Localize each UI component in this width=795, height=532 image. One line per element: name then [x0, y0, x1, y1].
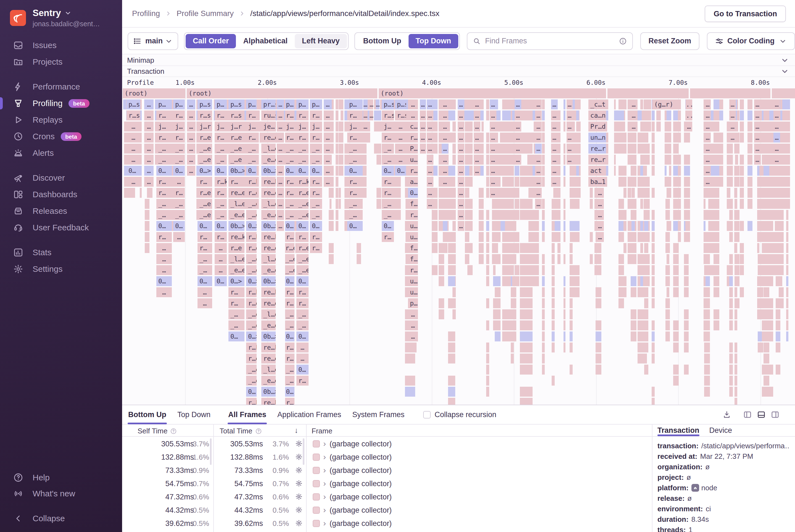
flame-frame[interactable] [665, 166, 666, 176]
flame-frame[interactable] [665, 111, 666, 120]
flame-frame[interactable] [357, 243, 361, 253]
flame-frame[interactable]: … [458, 133, 465, 142]
flame-frame[interactable]: … [729, 111, 736, 120]
flame-frame[interactable] [666, 254, 669, 264]
flame-frame[interactable]: r… [156, 177, 172, 187]
details-tab-transaction[interactable]: Transaction [658, 424, 699, 436]
flame-frame[interactable]: … [427, 144, 433, 154]
flame-frame[interactable]: _e…e [228, 265, 244, 275]
flame-frame[interactable] [734, 166, 737, 176]
flame-frame[interactable] [757, 221, 759, 231]
flame-frame[interactable] [542, 354, 545, 363]
flame-frame[interactable]: r…k [246, 398, 257, 405]
flame-frame[interactable] [678, 111, 681, 120]
flame-frame[interactable] [552, 309, 555, 319]
chevron-down-icon[interactable] [781, 56, 789, 64]
flame-frame[interactable] [684, 265, 689, 275]
flame-frame[interactable] [465, 188, 469, 198]
flame-frame[interactable] [684, 287, 689, 297]
flame-frame[interactable] [486, 210, 489, 220]
flame-frame[interactable] [528, 221, 539, 231]
gear-icon[interactable] [295, 440, 303, 448]
flame-frame[interactable] [576, 166, 579, 176]
flame-frame[interactable] [432, 232, 437, 242]
flame-frame[interactable] [735, 387, 737, 397]
flame-frame[interactable] [644, 111, 648, 120]
flame-frame[interactable] [678, 199, 681, 209]
flame-frame[interactable] [557, 243, 561, 253]
flame-frame[interactable] [557, 144, 561, 154]
flame-frame[interactable] [631, 144, 635, 154]
flame-frame[interactable]: … [490, 133, 496, 142]
flame-frame[interactable] [763, 155, 769, 165]
flame-frame[interactable] [644, 133, 648, 142]
flame-frame[interactable] [640, 166, 643, 176]
flame-frame[interactable] [644, 309, 648, 319]
flame-frame[interactable] [576, 155, 579, 165]
flame-frame[interactable] [486, 99, 489, 109]
flame-frame[interactable] [763, 111, 769, 120]
flame-frame[interactable] [512, 320, 516, 330]
flame-frame[interactable] [486, 343, 489, 353]
flame-frame[interactable] [763, 133, 769, 142]
flame-frame[interactable] [341, 155, 343, 165]
flame-frame[interactable] [669, 166, 671, 176]
flame-frame[interactable] [747, 99, 753, 109]
flame-frame[interactable] [341, 99, 343, 109]
flame-frame[interactable] [542, 265, 545, 275]
flame-frame[interactable] [673, 276, 679, 286]
flame-frame[interactable]: je…r [261, 121, 276, 132]
flame-frame[interactable]: p…s [127, 99, 140, 109]
flame-frame[interactable]: _… [382, 199, 394, 209]
flame-frame[interactable] [665, 276, 670, 286]
flame-frame[interactable] [685, 221, 690, 231]
flame-frame[interactable] [619, 199, 624, 209]
flame-frame[interactable] [757, 188, 759, 198]
tab-bottom-up[interactable]: Bottom Up [128, 405, 167, 424]
flame-frame[interactable] [673, 287, 679, 297]
flame-frame[interactable]: _…e [228, 155, 244, 165]
flame-frame[interactable] [651, 243, 655, 253]
flame-frame[interactable]: … [458, 121, 465, 132]
flame-frame[interactable]: … [442, 133, 448, 142]
sidebar-item-settings[interactable]: Settings [0, 261, 122, 277]
flame-frame[interactable]: Pr…d [588, 121, 606, 132]
flame-frame[interactable] [714, 133, 719, 142]
flame-frame[interactable] [511, 354, 514, 363]
flame-frame[interactable] [505, 144, 512, 154]
flame-frame[interactable] [708, 232, 714, 242]
flame-frame[interactable]: 0… [228, 331, 244, 341]
flame-frame[interactable] [656, 121, 661, 132]
color-coding-select[interactable]: Color Coding [707, 32, 795, 50]
flame-frame[interactable] [329, 188, 334, 198]
flame-frame[interactable] [714, 188, 719, 198]
flame-frame[interactable] [486, 320, 489, 330]
flame-frame[interactable] [619, 254, 624, 264]
flame-frame[interactable] [776, 343, 780, 353]
flame-frame[interactable] [734, 177, 737, 187]
flame-frame[interactable]: r…e [197, 133, 212, 142]
flame-frame[interactable]: _…e [246, 309, 257, 319]
flame-frame[interactable] [542, 221, 545, 231]
flame-frame[interactable] [763, 387, 769, 397]
flame-frame[interactable] [542, 144, 545, 154]
flame-frame[interactable] [329, 199, 332, 209]
flame-frame[interactable] [708, 221, 714, 231]
flame-frame[interactable] [631, 276, 637, 286]
flame-frame[interactable]: 0… [215, 276, 227, 286]
table-row[interactable]: 73.33ms0.9%73.33ms0.9%›(garbage collecto… [122, 464, 652, 477]
flame-frame[interactable]: … [474, 99, 480, 109]
flame-frame[interactable]: … [297, 343, 308, 353]
flame-frame[interactable]: … [173, 232, 185, 242]
flame-frame[interactable] [685, 177, 690, 187]
flame-frame[interactable]: p… [297, 99, 308, 109]
flame-frame[interactable]: r… [228, 177, 244, 187]
flame-frame[interactable] [685, 232, 690, 242]
flame-frame[interactable] [651, 331, 655, 341]
flame-frame[interactable]: … [324, 177, 332, 187]
flame-frame[interactable] [735, 298, 739, 308]
flame-frame[interactable] [757, 232, 759, 242]
flame-frame[interactable]: _…e [297, 254, 308, 264]
flame-frame[interactable] [511, 343, 514, 353]
flame-frame[interactable] [564, 210, 565, 220]
